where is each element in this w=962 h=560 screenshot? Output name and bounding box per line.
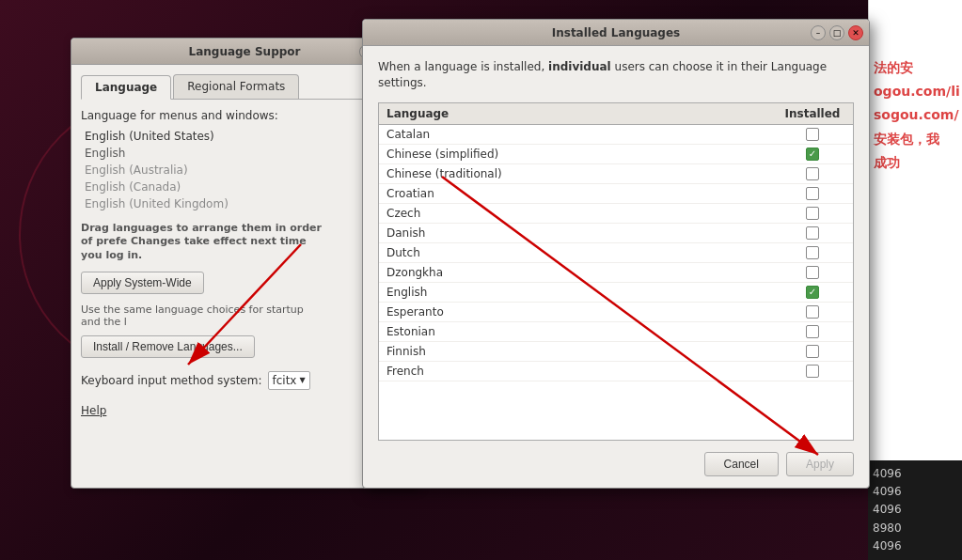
install-checkbox[interactable] <box>806 167 819 180</box>
install-checkbox[interactable] <box>806 128 819 141</box>
lang-name: Esperanto <box>386 305 780 319</box>
right-text-line1: 法的安 <box>874 56 957 80</box>
tab-bar: Language Regional Formats <box>81 74 408 100</box>
dialog-maximize-button[interactable]: □ <box>829 25 844 40</box>
install-checkbox[interactable]: ✓ <box>806 286 819 299</box>
lang-name: Dzongkha <box>386 266 780 279</box>
startup-hint: Use the same language choices for startu… <box>81 303 325 328</box>
table-row[interactable]: Czech <box>379 204 853 224</box>
help-link[interactable]: Help <box>81 404 106 417</box>
install-checkbox[interactable] <box>806 207 819 220</box>
lang-name: Czech <box>386 207 780 220</box>
col-language-header: Language <box>386 107 780 120</box>
install-checkbox[interactable] <box>806 325 819 338</box>
lang-name: Croatian <box>386 187 780 200</box>
install-checkbox[interactable] <box>806 345 819 358</box>
lang-name: Catalan <box>386 128 780 141</box>
keyboard-label: Keyboard input method system: <box>81 374 262 387</box>
dialog-minimize-button[interactable]: – <box>811 25 826 40</box>
lang-name: English <box>386 286 780 299</box>
lang-check[interactable] <box>780 226 845 240</box>
lang-name: Chinese (simplified) <box>386 148 780 161</box>
list-item: English (Australia) <box>81 162 408 179</box>
keyboard-row: Keyboard input method system: fcitx ▼ <box>81 371 408 390</box>
list-item: English (United States) <box>81 128 408 145</box>
table-row[interactable]: Croatian <box>379 184 853 204</box>
keyboard-select[interactable]: fcitx ▼ <box>268 371 310 390</box>
lang-check[interactable] <box>780 246 845 259</box>
installed-lang-title: Installed Languages <box>552 26 681 39</box>
table-row[interactable]: Catalan <box>379 125 853 145</box>
bottom-num-1: 4096 <box>873 465 957 483</box>
bottom-right-panel: 4096 4096 4096 8980 4096 <box>868 460 962 560</box>
dropdown-arrow-icon: ▼ <box>299 376 305 384</box>
drag-hint: Drag languages to arrange them in order … <box>81 222 325 262</box>
table-row[interactable]: Chinese (simplified) ✓ <box>379 145 853 164</box>
dialog-actions: Cancel Apply <box>378 452 854 476</box>
right-panel-text: 法的安 ogou.com/li sogou.com/ 安装包，我 成功 <box>869 0 962 184</box>
install-checkbox[interactable] <box>806 246 819 259</box>
lang-check[interactable] <box>780 187 845 200</box>
right-panel: 法的安 ogou.com/li sogou.com/ 安装包，我 成功 4096… <box>868 0 962 560</box>
install-checkbox[interactable] <box>806 187 819 200</box>
lang-check[interactable] <box>780 305 845 319</box>
list-item: English <box>81 145 408 162</box>
right-text-line3: sogou.com/ <box>874 103 957 127</box>
bottom-num-2: 4096 <box>873 483 957 501</box>
lang-name: Estonian <box>386 325 780 338</box>
lang-check[interactable] <box>780 167 845 180</box>
install-checkbox[interactable] <box>806 266 819 279</box>
lang-name: Finnish <box>386 345 780 358</box>
table-row[interactable]: French <box>379 362 853 381</box>
lang-name: French <box>386 365 780 378</box>
table-row[interactable]: Danish <box>379 224 853 243</box>
lang-name: Dutch <box>386 246 780 259</box>
lang-check[interactable] <box>780 365 845 378</box>
install-checkbox[interactable] <box>806 305 819 319</box>
lang-check[interactable]: ✓ <box>780 148 845 161</box>
bottom-num-5: 4096 <box>873 537 957 555</box>
list-item: English (Canada) <box>81 179 408 195</box>
lang-support-title: Language Suppor <box>189 45 301 58</box>
language-table: Language Installed Catalan Chinese (simp… <box>378 102 854 441</box>
install-checkbox[interactable]: ✓ <box>806 148 819 161</box>
bottom-num-4: 8980 <box>873 520 957 537</box>
table-row[interactable]: Dutch <box>379 243 853 263</box>
dialog-description: When a language is installed, individual… <box>378 59 854 91</box>
lang-name: Chinese (traditional) <box>386 167 780 180</box>
table-row[interactable]: English ✓ <box>379 283 853 303</box>
right-text-line5: 成功 <box>874 151 957 175</box>
table-row[interactable]: Finnish <box>379 342 853 362</box>
cancel-button[interactable]: Cancel <box>704 452 779 476</box>
install-remove-languages-button[interactable]: Install / Remove Languages... <box>81 335 255 358</box>
lang-check[interactable] <box>780 207 845 220</box>
install-checkbox[interactable] <box>806 365 819 378</box>
apply-system-wide-button[interactable]: Apply System-Wide <box>81 272 204 294</box>
dialog-controls: – □ ✕ <box>811 25 863 40</box>
lang-check[interactable] <box>780 345 845 358</box>
lang-check[interactable] <box>780 128 845 141</box>
right-text-line4: 安装包，我 <box>874 128 957 151</box>
table-header: Language Installed <box>379 103 853 125</box>
table-row[interactable]: Estonian <box>379 322 853 342</box>
installed-lang-titlebar: Installed Languages – □ ✕ <box>363 20 869 46</box>
bottom-num-3: 4096 <box>873 501 957 519</box>
dialog-close-button[interactable]: ✕ <box>848 25 863 40</box>
right-text-line2: ogou.com/li <box>874 80 957 103</box>
table-body: Catalan Chinese (simplified) ✓ Chinese (… <box>379 125 853 435</box>
table-row[interactable]: Chinese (traditional) <box>379 164 853 184</box>
table-row[interactable]: Esperanto <box>379 303 853 322</box>
dialog-body: When a language is installed, individual… <box>363 46 869 488</box>
lang-check[interactable] <box>780 266 845 279</box>
lang-check[interactable]: ✓ <box>780 286 845 299</box>
language-list: English (United States) English English … <box>81 128 408 212</box>
apply-button[interactable]: Apply <box>786 452 854 476</box>
section-label: Language for menus and windows: <box>81 109 408 122</box>
tab-regional-formats[interactable]: Regional Formats <box>173 74 299 99</box>
lang-check[interactable] <box>780 325 845 338</box>
table-row[interactable]: Dzongkha <box>379 263 853 283</box>
lang-name: Danish <box>386 226 780 240</box>
installed-languages-dialog: Installed Languages – □ ✕ When a languag… <box>362 19 870 489</box>
tab-language[interactable]: Language <box>81 75 171 100</box>
install-checkbox[interactable] <box>806 226 819 240</box>
